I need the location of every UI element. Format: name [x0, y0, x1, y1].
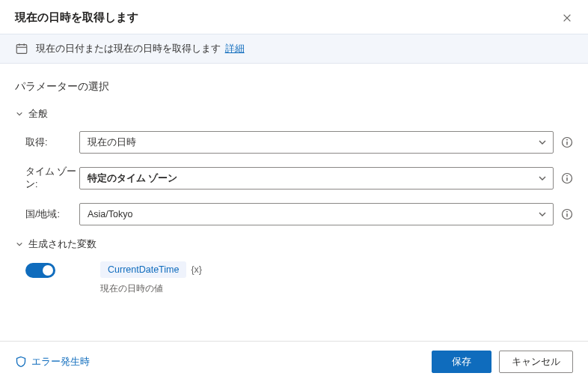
- variable-type: {x}: [191, 264, 202, 275]
- dialog-footer: エラー発生時 保存 キャンセル: [0, 341, 588, 382]
- calendar-icon: [15, 42, 28, 55]
- group-vars-header[interactable]: 生成された変数: [15, 237, 573, 251]
- info-text: 現在の日付または現在の日時を取得します 詳細: [36, 42, 245, 55]
- info-bar: 現在の日付または現在の日時を取得します 詳細: [0, 34, 588, 64]
- variable-toggle[interactable]: [25, 263, 55, 278]
- svg-point-12: [566, 211, 568, 213]
- variable-chip[interactable]: CurrentDateTime: [100, 261, 186, 278]
- on-error-link[interactable]: エラー発生時: [15, 356, 90, 369]
- chevron-down-icon: [538, 174, 547, 183]
- save-button[interactable]: 保存: [432, 351, 491, 373]
- variable-info: CurrentDateTime {x} 現在の日時の値: [100, 261, 202, 295]
- dialog-body: パラメーターの選択 全般 取得: 現在の日時 タイム ゾーン: 特定のタイム ゾ…: [0, 64, 588, 341]
- svg-point-6: [566, 139, 568, 141]
- vars-content: CurrentDateTime {x} 現在の日時の値: [15, 261, 573, 295]
- label-country: 国/地域:: [25, 208, 79, 221]
- fields-general: 取得: 現在の日時 タイム ゾーン: 特定のタイム ゾーン 国/地域:: [15, 131, 573, 225]
- svg-point-9: [566, 175, 568, 177]
- info-icon[interactable]: [561, 136, 573, 148]
- chevron-down-icon: [538, 210, 547, 219]
- group-vars: 生成された変数 CurrentDateTime {x} 現在の日時の値: [15, 237, 573, 295]
- group-general-label: 全般: [28, 107, 48, 121]
- svg-rect-0: [16, 45, 27, 54]
- close-button[interactable]: [561, 12, 573, 24]
- info-icon[interactable]: [561, 172, 573, 184]
- variable-desc: 現在の日時の値: [100, 282, 202, 295]
- shield-icon: [15, 356, 27, 368]
- info-details-link[interactable]: 詳細: [225, 43, 245, 54]
- select-country[interactable]: Asia/Tokyo: [79, 203, 554, 225]
- group-vars-label: 生成された変数: [28, 237, 97, 251]
- label-retrieve: 取得:: [25, 136, 79, 149]
- close-icon: [562, 13, 572, 23]
- cancel-button[interactable]: キャンセル: [499, 351, 573, 373]
- row-retrieve: 取得: 現在の日時: [25, 131, 573, 154]
- label-timezone: タイム ゾーン:: [25, 166, 79, 191]
- chevron-down-icon: [15, 109, 24, 118]
- group-general-header[interactable]: 全般: [15, 107, 573, 121]
- select-timezone[interactable]: 特定のタイム ゾーン: [79, 167, 554, 190]
- chevron-down-icon: [15, 240, 24, 249]
- select-retrieve[interactable]: 現在の日時: [79, 131, 554, 154]
- dialog-title: 現在の日時を取得します: [15, 10, 138, 25]
- row-timezone: タイム ゾーン: 特定のタイム ゾーン: [25, 166, 573, 191]
- dialog-header: 現在の日時を取得します: [0, 0, 588, 34]
- row-country: 国/地域: Asia/Tokyo: [25, 203, 573, 225]
- section-title: パラメーターの選択: [15, 80, 573, 94]
- on-error-label: エラー発生時: [31, 356, 90, 369]
- info-icon[interactable]: [561, 208, 573, 220]
- chevron-down-icon: [538, 138, 547, 147]
